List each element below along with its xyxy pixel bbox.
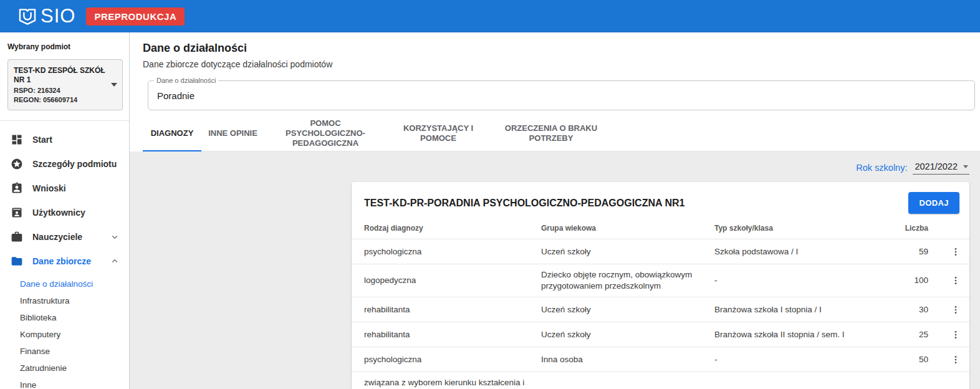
- sidebar: Wybrany podmiot TEST-KD ZESPÓŁ SZKÓŁ NR …: [0, 32, 130, 389]
- table-row: związana z wyborem kierunku kształcenia …: [352, 372, 969, 389]
- row-menu-button[interactable]: [942, 275, 969, 286]
- table-row: psychologiczna Inna osoba - 50: [352, 347, 969, 372]
- row-menu-button[interactable]: [942, 304, 969, 315]
- col-header-grupa: Grupa wiekowa: [541, 223, 714, 234]
- main-content: Dane o działalności Dane zbiorcze dotycz…: [130, 32, 980, 389]
- entity-dropdown-caret-icon: [111, 83, 117, 87]
- tab-diagnozy[interactable]: DIAGNOZY: [143, 116, 201, 151]
- subnav-zatrudnienie[interactable]: Zatrudnienie: [0, 360, 129, 377]
- app-header: SIO PREPRODUKCJA: [0, 0, 980, 32]
- subnav-biblioteka[interactable]: Biblioteka: [0, 309, 129, 326]
- tabbar: DIAGNOZY INNE OPINIE POMOC PSYCHOLOGICZN…: [143, 116, 980, 151]
- entity-selector[interactable]: TEST-KD ZESPÓŁ SZKÓŁ NR 1 RSPO: 216324 R…: [7, 59, 123, 110]
- page-subtitle: Dane zbiorcze dotyczące działalności pod…: [143, 59, 980, 69]
- row-menu-button[interactable]: [942, 329, 969, 340]
- row-menu-button[interactable]: [942, 246, 969, 257]
- sidebar-item-nauczyciele[interactable]: Nauczyciele: [0, 224, 129, 249]
- year-caret-icon: [963, 165, 968, 168]
- tab-inne-opinie[interactable]: INNE OPINIE: [201, 116, 264, 151]
- sidebar-item-start[interactable]: Start: [0, 127, 129, 151]
- subnav-finanse[interactable]: Finanse: [0, 343, 129, 360]
- logo-text: SIO: [41, 5, 75, 27]
- poradnia-card: TEST-KD-PR-PORADNIA PSYCHOLOGICZNO-PEDAG…: [352, 182, 969, 389]
- subnav-infrastruktura[interactable]: Infrastruktura: [0, 292, 129, 309]
- dane-zbiorcze-submenu: Dane o działalności Infrastruktura Bibli…: [0, 273, 129, 389]
- environment-badge: PREPRODUKCJA: [86, 7, 185, 26]
- chevron-down-icon: [109, 231, 120, 243]
- field-value: Poradnie: [157, 90, 195, 101]
- add-button[interactable]: DODAJ: [908, 192, 959, 214]
- sidebar-item-dane-zbiorcze[interactable]: Dane zbiorcze: [0, 249, 129, 273]
- person-badge-icon: [11, 182, 23, 194]
- kebab-menu-icon: [951, 354, 961, 365]
- sidebar-nav: Start Szczegóły podmiotu Wnioski Użytkow…: [0, 121, 129, 389]
- page-title: Dane o działalności: [143, 42, 980, 55]
- entity-rspo: RSPO: 216324: [14, 87, 108, 94]
- tab-pomoc-psychologiczno-pedagogiczna[interactable]: POMOC PSYCHOLOGICZNO-PEDAGOGICZNA: [264, 116, 387, 151]
- sidebar-item-uzytkownicy[interactable]: Użytkownicy: [0, 200, 129, 224]
- table-row: rehabilitanta Uczeń szkoły Branżowa szko…: [352, 322, 969, 347]
- kebab-menu-icon: [951, 275, 961, 286]
- sidebar-item-szczegoly-podmiotu[interactable]: Szczegóły podmiotu: [0, 151, 129, 176]
- folder-icon: [11, 255, 23, 267]
- table-row: psychologiczna Uczeń szkoły Szkoła podst…: [352, 239, 969, 264]
- card-title: TEST-KD-PR-PORADNIA PSYCHOLOGICZNO-PEDAG…: [364, 198, 685, 209]
- kebab-menu-icon: [951, 246, 961, 257]
- dane-o-dzialalnosci-select[interactable]: Dane o działalności Poradnie: [148, 80, 975, 110]
- col-header-typ: Typ szkoły/klasa: [714, 223, 893, 234]
- selected-entity-heading: Wybrany podmiot: [7, 42, 123, 51]
- subnav-komputery[interactable]: Komputery: [0, 326, 129, 343]
- kebab-menu-icon: [951, 304, 961, 315]
- subnav-inne[interactable]: Inne: [0, 377, 129, 389]
- field-label: Dane o działalności: [154, 77, 218, 84]
- year-value: 2021/2022: [915, 161, 958, 171]
- users-card-icon: [11, 206, 23, 219]
- row-menu-button[interactable]: [942, 354, 969, 365]
- entity-name: TEST-KD ZESPÓŁ SZKÓŁ NR 1: [14, 66, 108, 85]
- tab-korzystajacy-i-pomoce[interactable]: KORZYSTAJĄCY I POMOCE: [387, 116, 490, 151]
- col-header-liczba: Liczba: [893, 223, 942, 234]
- table-header-row: Rodzaj diagnozy Grupa wiekowa Typ szkoły…: [352, 220, 969, 239]
- year-select[interactable]: 2021/2022: [913, 161, 969, 175]
- year-filter-label: Rok szkolny:: [856, 163, 907, 173]
- sidebar-item-wnioski[interactable]: Wnioski: [0, 176, 129, 200]
- briefcase-icon: [11, 231, 23, 243]
- chevron-up-icon: [109, 256, 120, 267]
- table-row: logopedyczna Dziecko objęte rocznym, obo…: [352, 264, 969, 297]
- table-row: rehabilitanta Uczeń szkoły Branżowa szko…: [352, 297, 969, 322]
- sio-shield-icon: [17, 6, 38, 27]
- col-header-rodzaj: Rodzaj diagnozy: [364, 223, 541, 234]
- kebab-menu-icon: [951, 329, 961, 340]
- star-circle-icon: [11, 158, 23, 170]
- dashboard-icon: [11, 133, 23, 146]
- tab-orzeczenia-o-braku-potrzeby[interactable]: ORZECZENIA O BRAKU POTRZEBY: [490, 116, 612, 151]
- subnav-dane-o-dzialalnosci[interactable]: Dane o działalności: [0, 276, 129, 292]
- sio-logo[interactable]: SIO: [17, 5, 75, 27]
- entity-regon: REGON: 056609714: [14, 96, 108, 103]
